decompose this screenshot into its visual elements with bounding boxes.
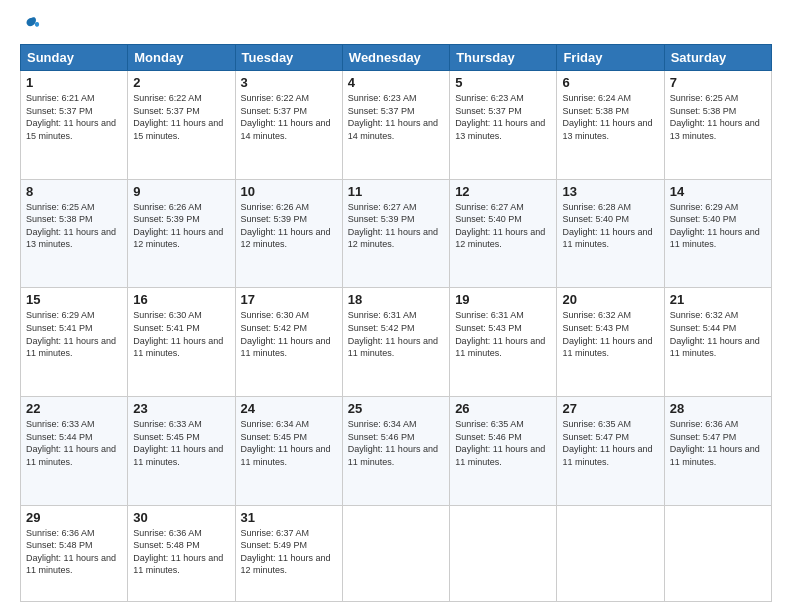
- table-row: 19Sunrise: 6:31 AMSunset: 5:43 PMDayligh…: [450, 288, 557, 397]
- day-number: 21: [670, 292, 766, 307]
- day-number: 6: [562, 75, 658, 90]
- table-row: 13Sunrise: 6:28 AMSunset: 5:40 PMDayligh…: [557, 179, 664, 288]
- day-number: 9: [133, 184, 229, 199]
- cell-info: Sunrise: 6:25 AMSunset: 5:38 PMDaylight:…: [26, 201, 122, 251]
- table-row: 29Sunrise: 6:36 AMSunset: 5:48 PMDayligh…: [21, 505, 128, 601]
- table-row: 8Sunrise: 6:25 AMSunset: 5:38 PMDaylight…: [21, 179, 128, 288]
- cell-info: Sunrise: 6:22 AMSunset: 5:37 PMDaylight:…: [241, 92, 337, 142]
- cell-info: Sunrise: 6:36 AMSunset: 5:47 PMDaylight:…: [670, 418, 766, 468]
- cell-info: Sunrise: 6:30 AMSunset: 5:42 PMDaylight:…: [241, 309, 337, 359]
- day-number: 27: [562, 401, 658, 416]
- table-row: 30Sunrise: 6:36 AMSunset: 5:48 PMDayligh…: [128, 505, 235, 601]
- cell-info: Sunrise: 6:34 AMSunset: 5:46 PMDaylight:…: [348, 418, 444, 468]
- cell-info: Sunrise: 6:35 AMSunset: 5:46 PMDaylight:…: [455, 418, 551, 468]
- cell-info: Sunrise: 6:24 AMSunset: 5:38 PMDaylight:…: [562, 92, 658, 142]
- table-row: 20Sunrise: 6:32 AMSunset: 5:43 PMDayligh…: [557, 288, 664, 397]
- table-row: 4Sunrise: 6:23 AMSunset: 5:37 PMDaylight…: [342, 71, 449, 180]
- logo-bird-icon: [22, 16, 42, 36]
- table-row: 5Sunrise: 6:23 AMSunset: 5:37 PMDaylight…: [450, 71, 557, 180]
- day-number: 19: [455, 292, 551, 307]
- cell-info: Sunrise: 6:37 AMSunset: 5:49 PMDaylight:…: [241, 527, 337, 577]
- calendar-header-row: Sunday Monday Tuesday Wednesday Thursday…: [21, 45, 772, 71]
- cell-info: Sunrise: 6:27 AMSunset: 5:39 PMDaylight:…: [348, 201, 444, 251]
- day-number: 15: [26, 292, 122, 307]
- table-row: 27Sunrise: 6:35 AMSunset: 5:47 PMDayligh…: [557, 396, 664, 505]
- day-number: 10: [241, 184, 337, 199]
- day-number: 25: [348, 401, 444, 416]
- day-number: 4: [348, 75, 444, 90]
- day-number: 16: [133, 292, 229, 307]
- day-number: 18: [348, 292, 444, 307]
- cell-info: Sunrise: 6:34 AMSunset: 5:45 PMDaylight:…: [241, 418, 337, 468]
- day-number: 12: [455, 184, 551, 199]
- table-row: 31Sunrise: 6:37 AMSunset: 5:49 PMDayligh…: [235, 505, 342, 601]
- table-row: 23Sunrise: 6:33 AMSunset: 5:45 PMDayligh…: [128, 396, 235, 505]
- day-number: 29: [26, 510, 122, 525]
- table-row: 15Sunrise: 6:29 AMSunset: 5:41 PMDayligh…: [21, 288, 128, 397]
- cell-info: Sunrise: 6:21 AMSunset: 5:37 PMDaylight:…: [26, 92, 122, 142]
- day-number: 7: [670, 75, 766, 90]
- table-row: 3Sunrise: 6:22 AMSunset: 5:37 PMDaylight…: [235, 71, 342, 180]
- cell-info: Sunrise: 6:26 AMSunset: 5:39 PMDaylight:…: [133, 201, 229, 251]
- day-number: 31: [241, 510, 337, 525]
- page: Sunday Monday Tuesday Wednesday Thursday…: [0, 0, 792, 612]
- table-row: 6Sunrise: 6:24 AMSunset: 5:38 PMDaylight…: [557, 71, 664, 180]
- table-row: [450, 505, 557, 601]
- cell-info: Sunrise: 6:28 AMSunset: 5:40 PMDaylight:…: [562, 201, 658, 251]
- cell-info: Sunrise: 6:35 AMSunset: 5:47 PMDaylight:…: [562, 418, 658, 468]
- cell-info: Sunrise: 6:32 AMSunset: 5:43 PMDaylight:…: [562, 309, 658, 359]
- day-number: 20: [562, 292, 658, 307]
- cell-info: Sunrise: 6:23 AMSunset: 5:37 PMDaylight:…: [348, 92, 444, 142]
- table-row: 18Sunrise: 6:31 AMSunset: 5:42 PMDayligh…: [342, 288, 449, 397]
- col-sunday: Sunday: [21, 45, 128, 71]
- day-number: 14: [670, 184, 766, 199]
- day-number: 28: [670, 401, 766, 416]
- table-row: [664, 505, 771, 601]
- cell-info: Sunrise: 6:23 AMSunset: 5:37 PMDaylight:…: [455, 92, 551, 142]
- cell-info: Sunrise: 6:27 AMSunset: 5:40 PMDaylight:…: [455, 201, 551, 251]
- col-wednesday: Wednesday: [342, 45, 449, 71]
- day-number: 30: [133, 510, 229, 525]
- day-number: 5: [455, 75, 551, 90]
- col-thursday: Thursday: [450, 45, 557, 71]
- cell-info: Sunrise: 6:33 AMSunset: 5:44 PMDaylight:…: [26, 418, 122, 468]
- cell-info: Sunrise: 6:22 AMSunset: 5:37 PMDaylight:…: [133, 92, 229, 142]
- table-row: 1Sunrise: 6:21 AMSunset: 5:37 PMDaylight…: [21, 71, 128, 180]
- table-row: 11Sunrise: 6:27 AMSunset: 5:39 PMDayligh…: [342, 179, 449, 288]
- table-row: [342, 505, 449, 601]
- table-row: 24Sunrise: 6:34 AMSunset: 5:45 PMDayligh…: [235, 396, 342, 505]
- table-row: 16Sunrise: 6:30 AMSunset: 5:41 PMDayligh…: [128, 288, 235, 397]
- col-tuesday: Tuesday: [235, 45, 342, 71]
- cell-info: Sunrise: 6:36 AMSunset: 5:48 PMDaylight:…: [133, 527, 229, 577]
- logo: [20, 16, 42, 36]
- cell-info: Sunrise: 6:33 AMSunset: 5:45 PMDaylight:…: [133, 418, 229, 468]
- day-number: 11: [348, 184, 444, 199]
- table-row: 25Sunrise: 6:34 AMSunset: 5:46 PMDayligh…: [342, 396, 449, 505]
- table-row: [557, 505, 664, 601]
- table-row: 17Sunrise: 6:30 AMSunset: 5:42 PMDayligh…: [235, 288, 342, 397]
- cell-info: Sunrise: 6:31 AMSunset: 5:43 PMDaylight:…: [455, 309, 551, 359]
- day-number: 2: [133, 75, 229, 90]
- calendar-table: Sunday Monday Tuesday Wednesday Thursday…: [20, 44, 772, 602]
- table-row: 28Sunrise: 6:36 AMSunset: 5:47 PMDayligh…: [664, 396, 771, 505]
- day-number: 24: [241, 401, 337, 416]
- day-number: 8: [26, 184, 122, 199]
- cell-info: Sunrise: 6:29 AMSunset: 5:41 PMDaylight:…: [26, 309, 122, 359]
- table-row: 22Sunrise: 6:33 AMSunset: 5:44 PMDayligh…: [21, 396, 128, 505]
- cell-info: Sunrise: 6:31 AMSunset: 5:42 PMDaylight:…: [348, 309, 444, 359]
- cell-info: Sunrise: 6:36 AMSunset: 5:48 PMDaylight:…: [26, 527, 122, 577]
- table-row: 7Sunrise: 6:25 AMSunset: 5:38 PMDaylight…: [664, 71, 771, 180]
- table-row: 26Sunrise: 6:35 AMSunset: 5:46 PMDayligh…: [450, 396, 557, 505]
- cell-info: Sunrise: 6:32 AMSunset: 5:44 PMDaylight:…: [670, 309, 766, 359]
- day-number: 3: [241, 75, 337, 90]
- table-row: 9Sunrise: 6:26 AMSunset: 5:39 PMDaylight…: [128, 179, 235, 288]
- header: [20, 16, 772, 36]
- table-row: 10Sunrise: 6:26 AMSunset: 5:39 PMDayligh…: [235, 179, 342, 288]
- col-friday: Friday: [557, 45, 664, 71]
- table-row: 2Sunrise: 6:22 AMSunset: 5:37 PMDaylight…: [128, 71, 235, 180]
- day-number: 26: [455, 401, 551, 416]
- cell-info: Sunrise: 6:29 AMSunset: 5:40 PMDaylight:…: [670, 201, 766, 251]
- table-row: 14Sunrise: 6:29 AMSunset: 5:40 PMDayligh…: [664, 179, 771, 288]
- cell-info: Sunrise: 6:25 AMSunset: 5:38 PMDaylight:…: [670, 92, 766, 142]
- day-number: 17: [241, 292, 337, 307]
